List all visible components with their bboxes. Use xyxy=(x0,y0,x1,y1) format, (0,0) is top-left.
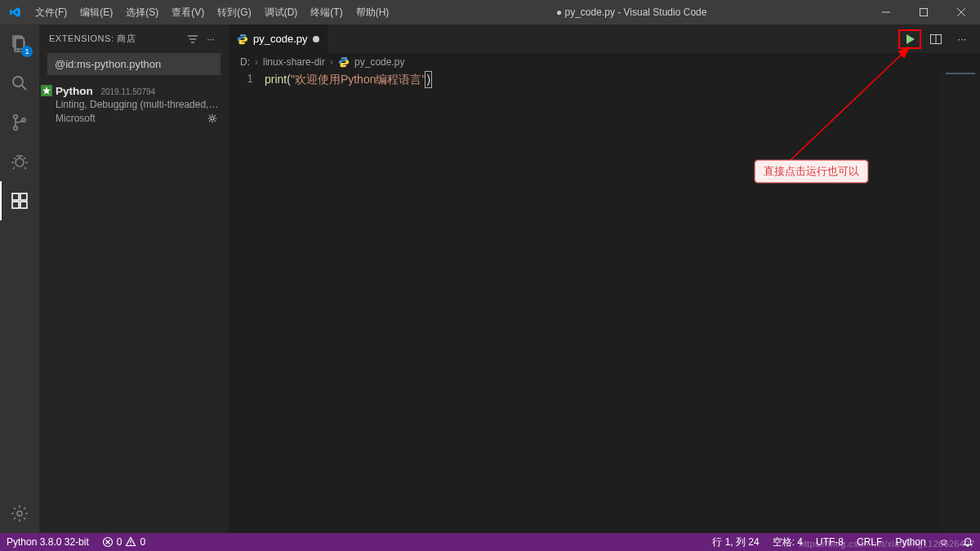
activity-settings[interactable] xyxy=(0,494,39,533)
svg-point-12 xyxy=(17,511,22,516)
breadcrumb[interactable]: D: › linux-share-dir › py_code.py xyxy=(229,53,980,71)
status-errors-count: 0 xyxy=(117,536,122,548)
activity-extensions[interactable] xyxy=(0,181,39,220)
title-dirty-dot: ● xyxy=(556,7,562,18)
svg-rect-0 xyxy=(920,9,928,16)
code-token-fn: print xyxy=(265,73,287,86)
editor-more-button[interactable]: ··· xyxy=(951,29,973,49)
status-ln-col[interactable]: 行 1, 列 24 xyxy=(706,533,765,551)
editor-area: py_code.py ··· D: › linux-share-dir › py… xyxy=(229,24,980,533)
svg-rect-9 xyxy=(12,202,19,208)
svg-point-3 xyxy=(13,77,23,87)
python-file-icon xyxy=(338,56,350,68)
minimize-button[interactable] xyxy=(867,0,905,24)
extension-item-python[interactable]: Python 2019.11.50794 Linting, Debugging … xyxy=(39,82,229,133)
minimap[interactable] xyxy=(939,71,980,533)
svg-point-15 xyxy=(244,42,245,43)
close-button[interactable] xyxy=(942,0,980,24)
activity-debug[interactable] xyxy=(0,142,39,181)
window-title: ● py_code.py - Visual Studio Code xyxy=(395,7,867,18)
activity-source-control[interactable] xyxy=(0,103,39,142)
title-text: py_code.py - Visual Studio Code xyxy=(565,7,707,18)
tab-filename: py_code.py xyxy=(253,33,308,45)
code-content[interactable]: print("欢迎使用Python编程语言") xyxy=(265,71,432,533)
extension-search-input[interactable]: @id:ms-python.python xyxy=(47,53,220,75)
extensions-sidebar: EXTENSIONS: 商店 ··· @id:ms-python.python … xyxy=(39,24,229,533)
editor-actions: ··· xyxy=(898,24,980,53)
menu-edit[interactable]: 编辑(E) xyxy=(74,0,119,24)
python-file-icon xyxy=(237,33,248,45)
minimap-line xyxy=(946,73,975,74)
activity-search[interactable] xyxy=(0,64,39,103)
dirty-indicator-icon xyxy=(313,36,319,42)
menu-file[interactable]: 文件(F) xyxy=(29,0,74,24)
extension-version: 2019.11.50794 xyxy=(100,87,155,96)
filter-icon[interactable] xyxy=(186,33,203,46)
status-problems[interactable]: 0 0 xyxy=(96,533,152,551)
menu-bar: 文件(F) 编辑(E) 选择(S) 查看(V) 转到(G) 调试(D) 终端(T… xyxy=(29,0,395,24)
maximize-button[interactable] xyxy=(905,0,942,24)
status-python-version[interactable]: Python 3.8.0 32-bit xyxy=(0,533,96,551)
title-bar: 文件(F) 编辑(E) 选择(S) 查看(V) 转到(G) 调试(D) 终端(T… xyxy=(0,0,980,24)
menu-view[interactable]: 查看(V) xyxy=(165,0,211,24)
sidebar-title: EXTENSIONS: 商店 xyxy=(49,33,186,45)
menu-terminal[interactable]: 终端(T) xyxy=(304,0,349,24)
star-icon xyxy=(41,85,52,96)
more-icon[interactable]: ··· xyxy=(203,34,219,44)
activity-bar: 1 xyxy=(0,24,39,533)
status-warnings-count: 0 xyxy=(140,536,145,548)
window-controls xyxy=(867,0,980,24)
menu-debug[interactable]: 调试(D) xyxy=(258,0,305,24)
svg-point-17 xyxy=(341,58,342,59)
extension-name: Python xyxy=(56,85,93,97)
svg-point-7 xyxy=(16,158,24,167)
extension-manage-icon[interactable] xyxy=(206,112,219,125)
menu-go[interactable]: 转到(G) xyxy=(211,0,257,24)
watermark: https://blog.csdn.net/xiaolong1126626497 xyxy=(799,539,975,549)
explorer-badge: 1 xyxy=(21,46,33,57)
line-number-gutter: 1 xyxy=(229,71,265,533)
vscode-logo xyxy=(0,6,29,19)
code-token-string: "欢迎使用Python编程语言" xyxy=(291,73,426,86)
svg-point-13 xyxy=(211,117,214,120)
svg-rect-11 xyxy=(20,193,27,200)
breadcrumb-seg-drive[interactable]: D: xyxy=(240,56,250,68)
breadcrumb-seg-file[interactable]: py_code.py xyxy=(354,56,404,68)
editor-tabs: py_code.py ··· xyxy=(229,24,980,53)
chevron-right-icon: › xyxy=(255,56,258,68)
svg-point-18 xyxy=(345,65,346,66)
menu-selection[interactable]: 选择(S) xyxy=(119,0,165,24)
svg-point-5 xyxy=(14,127,18,131)
code-token-close: ) xyxy=(425,71,432,88)
tab-py-code[interactable]: py_code.py xyxy=(229,24,328,53)
svg-rect-10 xyxy=(20,202,27,208)
code-editor[interactable]: 1 print("欢迎使用Python编程语言") xyxy=(229,71,980,533)
svg-point-14 xyxy=(240,34,241,35)
activity-explorer[interactable]: 1 xyxy=(0,24,39,64)
extension-publisher: Microsoft xyxy=(56,113,206,124)
run-button[interactable] xyxy=(898,29,921,49)
line-number: 1 xyxy=(229,71,253,87)
svg-rect-8 xyxy=(12,193,19,200)
annotation-callout: 直接点击运行也可以 xyxy=(755,160,868,183)
svg-point-4 xyxy=(14,115,18,119)
sidebar-header: EXTENSIONS: 商店 ··· xyxy=(39,24,229,53)
breadcrumb-seg-folder[interactable]: linux-share-dir xyxy=(263,56,325,68)
split-editor-button[interactable] xyxy=(924,29,947,49)
chevron-right-icon: › xyxy=(330,56,333,68)
menu-help[interactable]: 帮助(H) xyxy=(350,0,396,24)
extension-description: Linting, Debugging (multi-threaded, r... xyxy=(56,99,219,110)
svg-point-20 xyxy=(131,544,131,544)
